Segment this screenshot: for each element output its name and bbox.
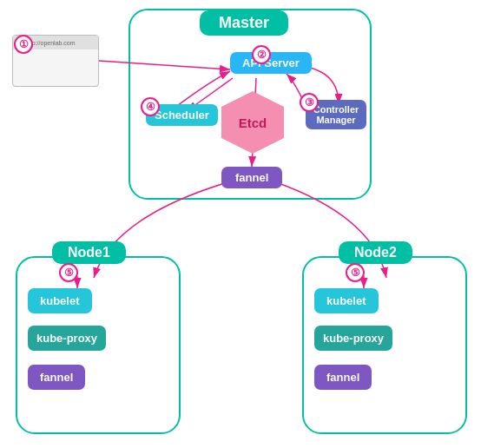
node1-kubelet: kubelet — [28, 288, 92, 313]
circle-label-1: ① — [14, 35, 33, 54]
node2-kubelet: kubelet — [314, 288, 379, 313]
node2-kube-proxy: kube-proxy — [314, 326, 392, 351]
diagram: http://openlab.com ① Master ② API Server… — [0, 0, 481, 448]
circle-label-3: ③ — [300, 93, 319, 112]
node1-kube-proxy: kube-proxy — [28, 326, 106, 351]
node2-fannel: fannel — [314, 365, 372, 390]
node2-title: Node2 — [339, 241, 412, 264]
node1-fannel: fannel — [28, 365, 85, 390]
circle-label-5-2: ⑤ — [346, 263, 365, 282]
circle-label-2: ② — [252, 45, 271, 64]
circle-label-5-1: ⑤ — [59, 263, 78, 282]
etcd-container: Etcd — [221, 91, 284, 154]
etcd-label: Etcd — [239, 115, 267, 130]
circle-label-4: ④ — [141, 97, 160, 116]
master-title: Master — [200, 10, 288, 36]
fannel-master: fannel — [221, 167, 282, 188]
node1-title: Node1 — [52, 241, 126, 264]
